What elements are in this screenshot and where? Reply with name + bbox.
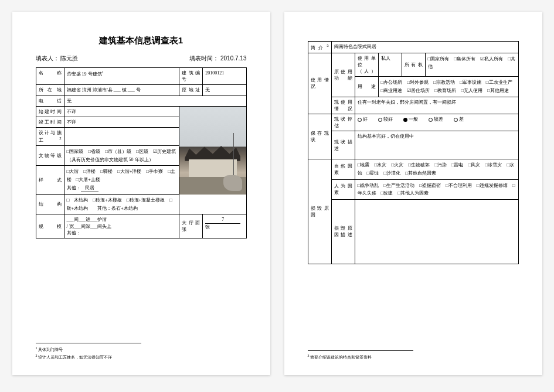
hall-label: 大厅面张 — [179, 214, 203, 238]
desc-label: 现状描述 — [331, 131, 355, 159]
owner-options: □国家所有 □集体所有 ☑私人所有 □其他 — [425, 53, 518, 77]
heritage-options: □国家级 □省级 □市（县）级 □区级 ☑历史建筑（具有历史价值的非文物建筑 5… — [64, 146, 179, 166]
unit-label: 使用单位（人） — [355, 53, 378, 77]
building-photo — [179, 107, 246, 195]
footnotes-left: 1 具体到门牌号 2 设计人员和工匠姓名，如无法得知写不详 — [36, 343, 141, 361]
orig-func-label: 原使用功能 — [331, 53, 355, 97]
usage-label: 使用情况 — [308, 53, 331, 114]
finish-time-value: 不详 — [64, 117, 179, 127]
footnotes-right: 3 简要介绍该建筑的特点和背景资料 — [308, 350, 413, 361]
orig-addr-value: 无 — [203, 85, 246, 96]
footnote-3: 简要介绍该建筑的特点和背景资料 — [310, 356, 372, 360]
intro-value: 闽南特色合院式民居 — [331, 42, 518, 53]
designer-label: 设计与施工2 — [36, 128, 64, 146]
name-value: 岱安盛 19 号建筑1 — [64, 68, 179, 85]
unit-value: 私人 — [378, 53, 402, 77]
meta-row: 填表人： 陈元胜 填表时间： 2010.7.13 — [36, 54, 247, 63]
page-right: 简介3 闽南特色合院式民居 使用情况 原使用功能 使用单位（人） 私人 所有权 … — [284, 12, 542, 375]
owner-label: 所有权 — [402, 53, 425, 77]
page-left: 建筑基本信息调查表1 填表人： 陈元胜 填表时间： 2010.7.13 名称 岱… — [12, 12, 270, 375]
hall-value: 7 张 — [203, 214, 246, 238]
form-title: 建筑基本信息调查表1 — [36, 35, 247, 46]
location-label: 所在地 — [36, 85, 64, 96]
location-value: 福建省 漳州 漳浦市/县 ___ 镇 ___ 号 — [64, 85, 179, 96]
use-label: 用途 — [355, 77, 378, 97]
orig-addr-label: 原地址 — [179, 85, 203, 96]
intro-label: 简介3 — [308, 42, 331, 53]
footnote-2: 设计人员和工匠姓名，如无法得知写不详 — [38, 356, 112, 360]
nat-label: 自然因素 — [331, 159, 355, 179]
preserve-label: 保存现状 — [308, 114, 331, 159]
filler-label: 填表人： — [36, 55, 59, 62]
use-options: □办公场所 □对外参观 □宗教活动 □军事设施 □工农业生产 □商业用途 ☑居住… — [378, 77, 518, 97]
rate-label: 现状评估 — [331, 114, 355, 131]
hum-label: 人为因素 — [331, 179, 355, 199]
heritage-label: 文物等级 — [36, 146, 64, 166]
scale-value: ___间___进___护厝 / 宽___间深___间头上 其他： — [64, 214, 179, 238]
desc-value: 结构基本完好，仍在使用中 — [355, 131, 518, 159]
rate-options: 好 较好 一般 较差 差 — [355, 114, 518, 131]
scale-label: 规模 — [36, 214, 64, 238]
phone-label: 电话 — [36, 96, 64, 106]
filler-value: 陈元胜 — [60, 55, 78, 62]
style-label: 样式 — [36, 166, 64, 195]
filltime-value: 2010.7.13 — [220, 55, 247, 62]
info-table-2: 简介3 闽南特色合院式民居 使用情况 原使用功能 使用单位（人） 私人 所有权 … — [308, 41, 519, 264]
style-options: □大厝 □洋楼 □骑楼 □大厝+洋楼 □手巾寮 □土楼 □大厝+土楼 其他：民居 — [64, 166, 179, 195]
building-no-label: 建筑编号 — [179, 68, 203, 85]
curr-func-value: 住有一对老年夫妇，部分房间闲置，有一间损坏 — [355, 97, 518, 114]
name-label: 名称 — [36, 68, 64, 85]
nat-options: □地震 □水灾 □火灾 □生物破坏 □污染 □雷电 □风灾 □冰雪灾 □水蚀 □… — [355, 159, 518, 179]
reason-desc-value — [355, 199, 518, 264]
filltime-label: 填表时间： — [189, 55, 219, 62]
curr-func-label: 现使用情况 — [331, 97, 355, 114]
designer-value — [64, 128, 179, 146]
footnote-1: 具体到门牌号 — [38, 348, 63, 353]
struct-label: 结构 — [36, 195, 64, 214]
phone-value: 无 — [64, 96, 246, 106]
finish-time-label: 竣工时间 — [36, 117, 64, 127]
damage-label: 损毁原因 — [308, 159, 331, 264]
reason-desc-label: 损毁原因描述 — [331, 199, 355, 264]
build-time-value: 不详 — [64, 106, 179, 117]
struct-options: □ 木结构 □砖混+木楼板 □砖混+混凝土楼板 □砖+木结构 其他：条石+木结构 — [64, 195, 179, 214]
info-table: 名称 岱安盛 19 号建筑1 建筑编号 20100121 所在地 福建省 漳州 … — [36, 67, 247, 238]
hum-options: □战争动乱 □生产生活活动 □盗掘盗窃 □不合理利用 □违规发掘修缮 □年久失修… — [355, 179, 518, 199]
building-no-value: 20100121 — [203, 68, 246, 85]
build-time-label: 始建时间 — [36, 106, 64, 117]
